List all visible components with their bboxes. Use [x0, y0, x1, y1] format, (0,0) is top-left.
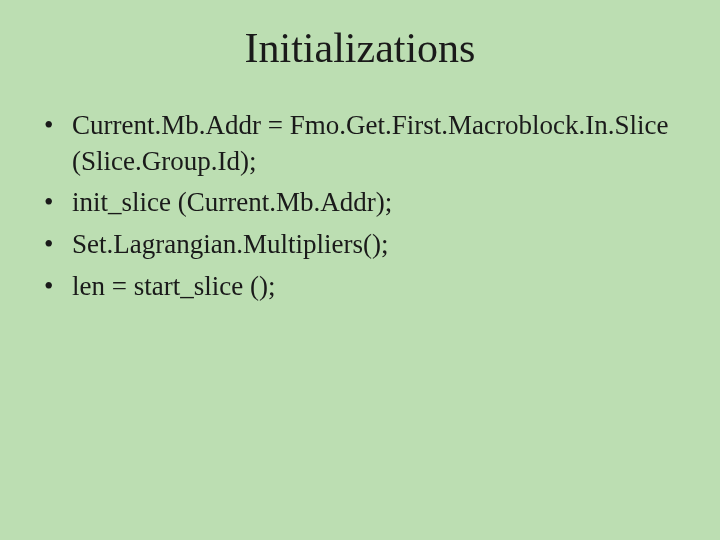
list-item: len = start_slice (); [44, 269, 680, 305]
slide-title: Initializations [40, 24, 680, 72]
list-item: Set.Lagrangian.Multipliers(); [44, 227, 680, 263]
list-item: init_slice (Current.Mb.Addr); [44, 185, 680, 221]
list-item: Current.Mb.Addr = Fmo.Get.First.Macroblo… [44, 108, 680, 179]
slide: Initializations Current.Mb.Addr = Fmo.Ge… [0, 0, 720, 540]
bullet-list: Current.Mb.Addr = Fmo.Get.First.Macroblo… [40, 108, 680, 304]
